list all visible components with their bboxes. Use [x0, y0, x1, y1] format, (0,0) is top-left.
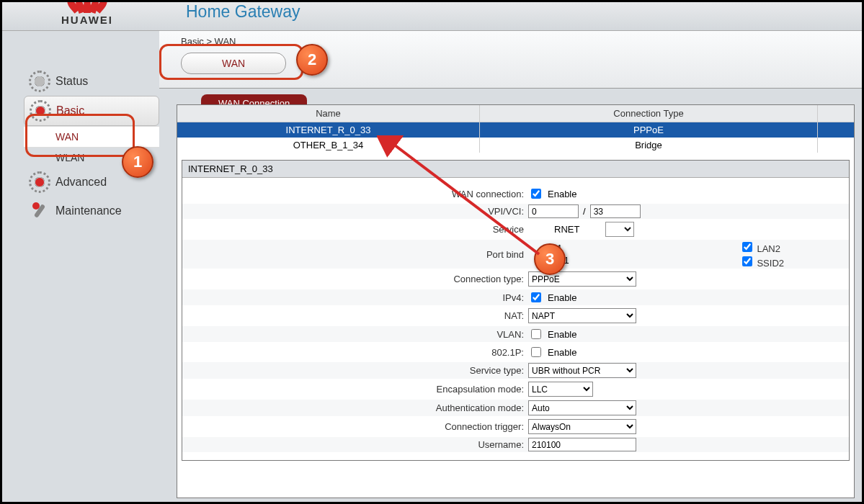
callout-badge-3: 3 — [534, 243, 566, 275]
checkbox-ipv4[interactable] — [531, 292, 541, 302]
logo-text: HUAWEI — [44, 14, 130, 26]
sidebar-item-status[interactable]: Status — [24, 67, 159, 96]
text-enable: Enable — [548, 189, 576, 199]
sidebar-item-label: Maintenance — [55, 204, 122, 217]
label-vpi-vci: VPI/VCI: — [182, 206, 528, 217]
label-vlan: VLAN: — [182, 329, 528, 340]
label-trigger: Connection trigger: — [182, 421, 528, 432]
content-panel: Name Connection Type INTERNET_R_0_33 PPP… — [177, 104, 855, 498]
tab-wan[interactable]: WAN — [181, 53, 286, 74]
text-slash: / — [583, 206, 586, 217]
gear-icon — [32, 102, 49, 120]
huawei-logo: HUAWEI — [44, 0, 130, 26]
label-service-type: Service type: — [182, 365, 528, 376]
text-enable: Enable — [548, 292, 576, 303]
col-type: Connection Type — [480, 105, 818, 122]
select-authentication[interactable]: Auto — [528, 400, 636, 415]
sub-header: Basic > WAN WAN — [159, 31, 862, 89]
input-vci[interactable] — [590, 204, 641, 218]
text-enable: Enable — [548, 329, 576, 340]
page-title: Home Gateway — [186, 2, 300, 22]
label-ipv4: IPv4: — [182, 292, 528, 303]
checkbox-vlan[interactable] — [531, 329, 541, 339]
checkbox-lan2[interactable] — [742, 242, 752, 252]
checkbox-ssid2[interactable] — [742, 256, 752, 266]
form-body: WAN connection: Enable VPI/VCI: / S — [182, 178, 849, 460]
label-username: Username: — [182, 439, 528, 450]
table-row[interactable]: INTERNET_R_0_33 PPPoE — [177, 122, 854, 138]
col-name: Name — [177, 105, 480, 122]
text-ssid2: SSID2 — [757, 258, 784, 269]
input-username[interactable] — [528, 438, 636, 451]
select-encapsulation[interactable]: LLC — [528, 382, 593, 397]
label-connection-type: Connection type: — [182, 274, 528, 284]
detail-panel: INTERNET_R_0_33 WAN connection: Enable V… — [182, 160, 850, 461]
callout-badge-2: 2 — [296, 44, 328, 76]
label-wan-connection: WAN connection: — [182, 189, 528, 199]
wrench-icon — [31, 202, 48, 220]
text-enable: Enable — [548, 347, 576, 358]
gear-icon — [31, 73, 48, 90]
sidebar-item-label: Basic — [56, 104, 84, 117]
callout-badge-1: 1 — [122, 146, 153, 178]
sidebar-sub-wan[interactable]: WAN — [24, 126, 159, 148]
breadcrumb: Basic > WAN — [181, 36, 862, 47]
header-bar: HUAWEI Home Gateway — [2, 2, 862, 31]
label-port-bind: Port bind — [182, 249, 528, 260]
table-row[interactable]: OTHER_B_1_34 Bridge — [177, 138, 854, 153]
checkbox-8021p[interactable] — [531, 347, 541, 357]
cell-type: Bridge — [480, 138, 818, 153]
cell-type: PPPoE — [480, 122, 818, 138]
label-8021p: 802.1P: — [182, 347, 528, 358]
cell-name: OTHER_B_1_34 — [177, 138, 480, 153]
select-trigger[interactable]: AlwaysOn — [528, 419, 636, 434]
logo-icon — [69, 0, 105, 14]
detail-title: INTERNET_R_0_33 — [182, 161, 849, 178]
text-lan2: LAN2 — [757, 243, 780, 254]
cell-name: INTERNET_R_0_33 — [177, 122, 480, 138]
table-header: Name Connection Type — [177, 105, 854, 122]
sidebar-item-maintenance[interactable]: Maintenance — [24, 197, 159, 225]
checkbox-wan-enable[interactable] — [531, 189, 541, 199]
col-end — [818, 105, 854, 122]
select-service[interactable] — [605, 222, 634, 237]
sidebar-item-label: Advanced — [55, 176, 107, 189]
input-vpi[interactable] — [528, 204, 579, 218]
select-service-type[interactable]: UBR without PCR — [528, 363, 636, 378]
label-encapsulation: Encapsulation mode: — [182, 384, 528, 395]
select-nat[interactable]: NAPT — [528, 308, 636, 323]
label-service: Service — [182, 224, 528, 235]
label-authentication: Authentication mode: — [182, 402, 528, 413]
sidebar-item-basic[interactable]: Basic — [24, 96, 159, 126]
label-nat: NAT: — [182, 310, 528, 321]
sidebar-item-label: Status — [55, 75, 88, 88]
gear-icon — [31, 174, 48, 191]
text-service-value: RNET — [554, 224, 579, 235]
